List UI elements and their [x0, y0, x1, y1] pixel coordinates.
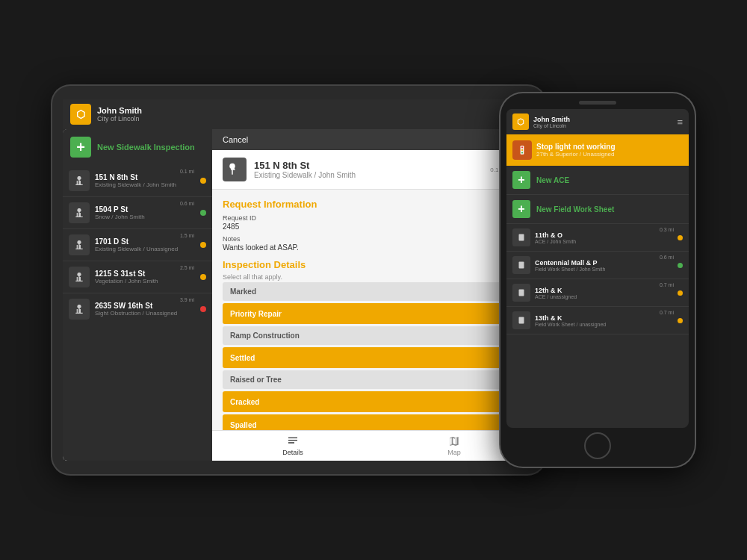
new-ace-button[interactable]: + New ACE [506, 166, 689, 195]
sidewalk-icon [69, 202, 90, 223]
tablet-user-info: John Smith City of Lincoln [97, 106, 515, 122]
list-item-status-dot [200, 242, 206, 248]
notes-label: Notes [223, 235, 524, 243]
new-inspection-button[interactable]: + New Sidewalk Inspection [63, 129, 212, 165]
list-item-distance: 2.5 mi [180, 265, 194, 270]
cancel-button[interactable]: Cancel [223, 135, 248, 144]
phone-speaker [579, 101, 616, 105]
phone-list-title: Centennial Mall & P [535, 259, 675, 267]
phone-logo-icon: ⬡ [512, 113, 529, 130]
detail-address: 151 N 8th St [254, 160, 490, 171]
list-item-status-dot [200, 306, 206, 312]
inspection-details-section: Inspection Details Select all that apply… [223, 259, 524, 430]
phone-menu-icon[interactable]: ≡ [677, 116, 683, 128]
list-item-subtitle: Vegetation / John Smith [95, 278, 197, 284]
phone-list-subtitle: Field Work Sheet / unassigned [535, 322, 675, 327]
phone-item-icon [512, 256, 530, 274]
phone-list-status-dot [678, 263, 683, 268]
phone-list-item[interactable]: Centennial Mall & P Field Work Sheet / J… [506, 252, 689, 279]
phone-inner: ⬡ John Smith City of Lincoln ≡ Stop ligh… [506, 109, 689, 428]
inspection-select-all-label: Select all that apply. [223, 273, 524, 281]
phone-list-status-dot [678, 235, 683, 240]
check-item[interactable]: Priority Repair ✓ [223, 303, 524, 324]
location-icon [223, 158, 247, 181]
phone-list-item[interactable]: 12th & K ACE / unassigned 0.7 mi [506, 279, 689, 307]
new-ace-plus-icon: + [512, 171, 530, 189]
traffic-light-icon [512, 140, 532, 160]
list-item-distance: 3.9 mi [180, 297, 194, 302]
check-item[interactable]: Spalled ✓ [223, 414, 524, 430]
phone-list-item[interactable]: 11th & O ACE / John Smith 0.3 mi [506, 224, 689, 252]
check-item[interactable]: Settled ✓ [223, 347, 524, 368]
phone-item-icon [512, 284, 530, 302]
detail-body[interactable]: Request Information Request ID 2485 Note… [212, 190, 535, 430]
list-item-subtitle: Existing Sidewalk / Unassigned [95, 246, 197, 252]
check-item-label: Priority Repair [230, 310, 282, 318]
tab-details[interactable]: Details [212, 435, 374, 456]
tablet-right-panel: Cancel Save 151 N 8th St Existing Sidewa… [212, 129, 535, 461]
phone-list-status-dot [678, 318, 683, 323]
sidewalk-icon [69, 170, 90, 191]
highlighted-subtitle: 27th & Superior / Unassigned [536, 151, 616, 158]
list-item-content: 1701 D St Existing Sidewalk / Unassigned [95, 237, 197, 252]
svg-point-2 [521, 146, 523, 148]
svg-rect-8 [519, 317, 524, 324]
tablet: ⬡ John Smith City of Lincoln ≡ + New Sid… [52, 86, 545, 474]
sidewalk-icon [69, 299, 90, 320]
phone-user-info: John Smith City of Lincoln [533, 116, 672, 128]
list-item-distance: 0.1 mi [180, 169, 194, 174]
new-fws-label: New Field Work Sheet [536, 205, 614, 214]
phone-home-button[interactable] [584, 432, 611, 459]
sidewalk-icon [69, 267, 90, 287]
tablet-user-name: John Smith [97, 106, 515, 115]
tablet-list-item[interactable]: 1504 P St Snow / John Smith 0.6 mi [63, 196, 212, 228]
new-inspection-plus-icon: + [70, 137, 91, 158]
check-item[interactable]: Ramp Construction [223, 326, 524, 345]
check-item-label: Cracked [230, 398, 259, 406]
phone-list-item[interactable]: 13th & K Field Work Sheet / unassigned 0… [506, 307, 689, 335]
phone-user-name: John Smith [533, 116, 672, 123]
phone-list-status-dot [678, 290, 683, 296]
tablet-list-item[interactable]: 1701 D St Existing Sidewalk / Unassigned… [63, 228, 212, 261]
tablet-list-item[interactable]: 151 N 8th St Existing Sidewalk / John Sm… [63, 165, 212, 196]
svg-rect-7 [519, 290, 524, 296]
check-item[interactable]: Marked [223, 282, 524, 301]
list-item-content: 151 N 8th St Existing Sidewalk / John Sm… [95, 173, 197, 188]
svg-point-3 [521, 149, 523, 151]
phone-list-subtitle: ACE / John Smith [535, 239, 675, 244]
tablet-user-org: City of Lincoln [97, 115, 515, 122]
phone-list-content: 12th & K ACE / unassigned [535, 287, 675, 299]
tablet-logo-icon: ⬡ [70, 104, 91, 125]
list-item-content: 1215 S 31st St Vegetation / John Smith [95, 270, 197, 284]
list-item-title: 151 N 8th St [95, 173, 197, 181]
list-item-status-dot [200, 210, 206, 216]
phone-list-content: 13th & K Field Work Sheet / unassigned [535, 314, 675, 327]
phone-list-title: 12th & K [535, 287, 675, 294]
check-item-label: Raised or Tree [230, 376, 282, 384]
phone-list-subtitle: Field Work Sheet / John Smith [535, 267, 675, 272]
list-item-content: 2635 SW 16th St Sight Obstruction / Unas… [95, 302, 197, 317]
highlighted-title: Stop light not working [536, 143, 616, 151]
inspection-section-title: Inspection Details [223, 259, 524, 270]
svg-point-4 [521, 152, 523, 153]
detail-tabbar: Details Map [212, 430, 535, 461]
tablet-inner: + New Sidewalk Inspection 151 N 8th St E… [63, 129, 535, 461]
tablet-list: 151 N 8th St Existing Sidewalk / John Sm… [63, 165, 212, 325]
check-item-label: Spalled [230, 421, 257, 429]
phone-highlighted-item[interactable]: Stop light not working 27th & Superior /… [506, 134, 689, 166]
list-item-status-dot [200, 274, 206, 280]
tablet-list-item[interactable]: 1215 S 31st St Vegetation / John Smith 2… [63, 261, 212, 293]
list-item-subtitle: Existing Sidewalk / John Smith [95, 181, 197, 188]
svg-rect-5 [519, 234, 524, 241]
check-item[interactable]: Raised or Tree [223, 370, 524, 389]
new-inspection-label: New Sidewalk Inspection [97, 143, 195, 152]
phone-list-distance: 0.6 mi [660, 255, 674, 260]
tablet-list-item[interactable]: 2635 SW 16th St Sight Obstruction / Unas… [63, 293, 212, 325]
list-item-content: 1504 P St Snow / John Smith [95, 205, 197, 220]
check-item-label: Settled [230, 354, 255, 362]
new-field-work-sheet-button[interactable]: + New Field Work Sheet [506, 195, 689, 224]
svg-rect-6 [519, 262, 524, 269]
list-item-title: 1701 D St [95, 237, 197, 246]
detail-topbar: Cancel Save [212, 129, 535, 150]
check-item[interactable]: Cracked ✓ [223, 391, 524, 412]
